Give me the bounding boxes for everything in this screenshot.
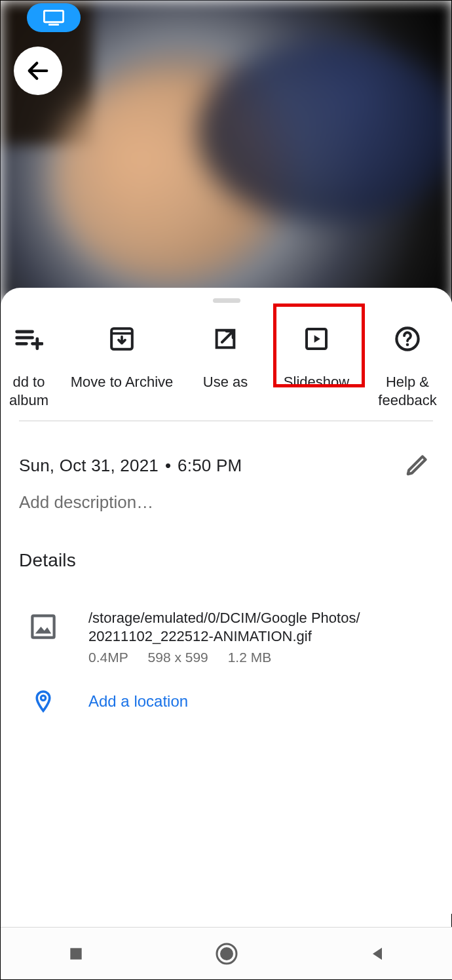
circle-icon: [214, 941, 240, 967]
file-size: 1.2 MB: [228, 650, 272, 665]
photo-date: Sun, Oct 31, 2021: [19, 456, 159, 476]
photo-time: 6:50 PM: [178, 456, 242, 476]
action-label: Slideshow: [284, 373, 349, 391]
action-help-feedback[interactable]: Help & feedback: [365, 318, 450, 410]
help-icon: [394, 325, 421, 353]
nav-recent-button[interactable]: [37, 934, 115, 973]
sheet-drag-handle[interactable]: [213, 298, 240, 303]
add-location-button[interactable]: Add a location: [29, 688, 436, 715]
action-label: Help & feedback: [378, 373, 436, 410]
playlist-add-icon: [14, 324, 43, 353]
edit-datetime-button[interactable]: [403, 450, 432, 479]
nav-back-button[interactable]: [338, 934, 417, 973]
file-path-line2: 20211102_222512-ANIMATION.gif: [88, 627, 360, 646]
svg-rect-0: [44, 10, 63, 22]
action-slideshow[interactable]: Slideshow: [268, 318, 365, 391]
triangle-left-icon: [368, 945, 386, 963]
action-label: Use as: [203, 373, 248, 391]
slideshow-icon: [303, 326, 330, 352]
svg-rect-7: [32, 616, 54, 637]
arrow-left-icon: [25, 58, 51, 84]
open-external-icon: [212, 326, 238, 352]
file-megapixels: 0.4MP: [88, 650, 128, 665]
back-button[interactable]: [14, 47, 62, 95]
svg-point-8: [41, 696, 45, 700]
action-use-as[interactable]: Use as: [183, 318, 268, 391]
square-icon: [67, 945, 85, 962]
screen-icon: [43, 10, 64, 26]
svg-point-6: [406, 343, 409, 346]
pencil-icon: [405, 452, 430, 477]
action-move-to-archive[interactable]: Move to Archive: [61, 318, 183, 391]
photo-preview[interactable]: [1, 1, 452, 302]
details-heading: Details: [19, 550, 76, 571]
action-row: dd to album Move to Archive: [1, 318, 452, 429]
add-location-label: Add a location: [88, 692, 188, 711]
file-path-line1: /storage/emulated/0/DCIM/Google Photos/: [88, 609, 360, 627]
dot-separator: •: [165, 456, 171, 476]
svg-rect-9: [70, 948, 81, 959]
android-navbar: [1, 927, 452, 979]
description-input[interactable]: Add description…: [19, 492, 153, 513]
action-add-to-album[interactable]: dd to album: [0, 318, 61, 410]
svg-point-11: [220, 947, 233, 960]
file-meta: 0.4MP 598 x 599 1.2 MB: [88, 650, 360, 665]
nav-home-button[interactable]: [187, 934, 266, 973]
datetime-row: Sun, Oct 31, 2021 • 6:50 PM: [19, 456, 433, 476]
archive-icon: [109, 326, 135, 352]
location-pin-icon: [31, 690, 55, 713]
file-dimensions: 598 x 599: [148, 650, 208, 665]
action-label: Move to Archive: [71, 373, 174, 391]
file-details-row: /storage/emulated/0/DCIM/Google Photos/ …: [29, 609, 436, 665]
divider: [19, 420, 433, 421]
image-icon: [29, 613, 57, 640]
cast-indicator: [27, 3, 81, 32]
info-sheet: dd to album Move to Archive: [1, 288, 452, 914]
action-label: dd to album: [0, 373, 61, 410]
